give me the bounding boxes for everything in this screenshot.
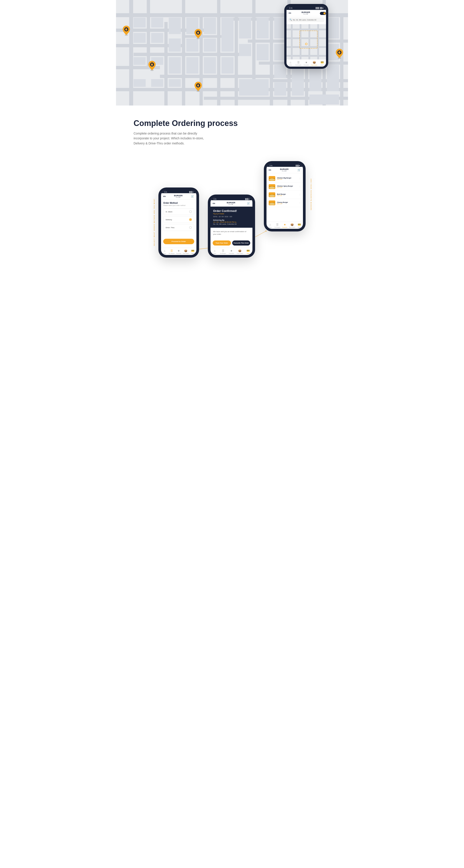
- right-nav-home[interactable]: ⌂ Home: [266, 223, 274, 228]
- phone-col-right: 0:41 ▐▐▐ ■ EN BURGER CLUB 🛒: [264, 161, 306, 231]
- map-phone-search-icon: 🔍: [290, 19, 292, 21]
- mid-home-icon: ⌂: [214, 249, 215, 252]
- svg-rect-45: [222, 18, 234, 52]
- nav-favourites[interactable]: ★ Favourites: [302, 61, 310, 66]
- map-phone-logo: BURGER CLUB: [302, 11, 310, 15]
- burger-img-4: [269, 200, 275, 205]
- delivering-addr: No. 02, 6th Lane, Colombo 03: [213, 223, 250, 225]
- track-order-button[interactable]: Track Your Order: [213, 241, 231, 246]
- svg-rect-18: [182, 0, 185, 105]
- nav-home[interactable]: ⌂ Home: [287, 61, 294, 66]
- svg-rect-22: [252, 0, 256, 79]
- svg-rect-23: [270, 13, 273, 105]
- svg-point-117: [269, 203, 275, 205]
- right-track-icon: 📦: [291, 223, 294, 226]
- mid-burgers-icon: ☰: [222, 249, 224, 252]
- phone-col-middle: 0:41 ▐▐▐ ■ EN BURGER CLUB 🛒 Order Confir…: [208, 194, 255, 258]
- svg-rect-27: [340, 13, 343, 105]
- left-nav-home[interactable]: ⌂ Home: [161, 249, 168, 254]
- burger-item-2[interactable]: Chicken Spicy Burger 320 LKR ♡: [266, 183, 303, 191]
- nav-wallet[interactable]: 💳 Wallet: [318, 61, 326, 66]
- svg-rect-96: [317, 24, 319, 59]
- svg-text:🍔: 🍔: [338, 51, 341, 54]
- burger-heart-1[interactable]: ♡: [299, 177, 301, 180]
- burger-heart-4[interactable]: ♡: [299, 202, 301, 204]
- left-nav-wallet[interactable]: 💳 Wallet: [189, 249, 196, 254]
- left-wallet-label: Wallet: [191, 253, 194, 254]
- svg-rect-95: [308, 24, 310, 59]
- mid-nav-fav[interactable]: ★ Favourites: [227, 249, 235, 254]
- left-fav-label: Favourites: [176, 253, 181, 254]
- map-phone-signal: ▐▐▐ ▐▐ ■: [315, 7, 323, 9]
- order-option-instore[interactable]: In -Store: [163, 208, 194, 215]
- burger-item-1[interactable]: Chicken Big Burger 350 LKR ♡: [266, 175, 303, 183]
- map-pin-7: 🍔: [335, 49, 343, 59]
- burger-info-4: Cheesy Burger 380 LKR: [277, 202, 297, 205]
- phone-order-confirmed: 0:41 ▐▐▐ ■ EN BURGER CLUB 🛒 Order Confir…: [208, 194, 255, 258]
- right-phone-signal: ▐▐▐ ■: [295, 165, 300, 166]
- burger-img-1: [269, 176, 275, 181]
- svg-rect-35: [186, 38, 198, 52]
- nav-burgers[interactable]: ☰ Our Burgers: [294, 61, 302, 66]
- map-toggle[interactable]: [320, 12, 326, 15]
- burger-img-2: [269, 184, 275, 189]
- drivethru-label: Drive -Thru: [166, 227, 174, 228]
- order-option-delivery[interactable]: Delivery: [163, 216, 194, 223]
- right-nav-burgers[interactable]: ☰ Our Burgers: [274, 223, 281, 228]
- svg-rect-46: [222, 57, 234, 74]
- svg-text:🍔: 🍔: [151, 63, 153, 66]
- burger-item-4[interactable]: Cheesy Burger 380 LKR ♡: [266, 199, 303, 207]
- burger-item-3[interactable]: Beef Burger 420 LKR ♡: [266, 191, 303, 199]
- mid-nav-track[interactable]: 📦 Track Orders: [236, 249, 244, 254]
- svg-rect-40: [169, 57, 181, 74]
- svg-rect-58: [292, 65, 304, 96]
- left-fav-icon: ★: [177, 249, 180, 252]
- nav-track[interactable]: 📦 Track Orders: [310, 61, 318, 66]
- map-pin-2: 🍔: [148, 60, 156, 71]
- burger-heart-2[interactable]: ♡: [299, 186, 301, 188]
- order-option-drivethru[interactable]: Drive -Thru: [163, 224, 194, 231]
- delivering-time: 19 / 09 / 2018 06:50:00 PM to,: [213, 221, 250, 223]
- mid-burgers-label: Our Burgers: [220, 253, 226, 254]
- left-phone-signal: ▐▐▐ ■: [189, 191, 193, 193]
- svg-rect-42: [204, 18, 216, 34]
- mid-wallet-icon: 💳: [246, 249, 250, 252]
- map-phone-lang: EN: [289, 12, 291, 14]
- mid-nav-wallet[interactable]: 💳 Wallet: [244, 249, 253, 254]
- delivering-label: Delivering By: [213, 219, 250, 221]
- mid-phone-signal: ▐▐▐ ■: [245, 198, 250, 200]
- svg-rect-63: [309, 65, 322, 91]
- right-nav-fav[interactable]: ★ Favourites: [281, 223, 288, 228]
- instore-label: In -Store: [166, 211, 172, 213]
- burger-heart-3[interactable]: ♡: [299, 194, 301, 196]
- nav-favourites-label: Favourites: [304, 64, 309, 66]
- burger-name-1: Chicken Big Burger: [277, 177, 297, 179]
- burger-list: Chicken Big Burger 350 LKR ♡: [266, 173, 303, 222]
- right-wallet-label: Wallet: [298, 227, 301, 228]
- section-description: Complete ordering process that can be di…: [134, 131, 204, 146]
- delivering-section: Delivering By 19 / 09 / 2018 06:50:00 PM…: [213, 219, 250, 225]
- left-phone-time: 0:41: [164, 191, 167, 193]
- confirmed-body: We have sent you an email confirmation o…: [210, 228, 253, 238]
- left-nav-fav[interactable]: ★ Favourites: [175, 249, 182, 254]
- svg-rect-39: [151, 79, 163, 87]
- map-section: 🍔 🍔 🍔 🍔 🍔: [116, 0, 348, 105]
- instore-radio[interactable]: [189, 210, 192, 213]
- left-nav-burgers[interactable]: ☰ Our Burgers: [168, 249, 175, 254]
- delivery-radio[interactable]: [189, 218, 192, 221]
- right-nav-track[interactable]: 📦 Track Orders: [289, 223, 296, 228]
- mid-nav-burgers[interactable]: ☰ Our Burgers: [219, 249, 227, 254]
- favourite-order-button[interactable]: Favourite This Order: [232, 241, 251, 246]
- burger-price-3: 420 LKR: [277, 195, 297, 196]
- drivethru-radio[interactable]: [189, 226, 192, 229]
- right-nav-wallet[interactable]: 💳 Wallet: [296, 223, 303, 228]
- svg-rect-32: [169, 18, 181, 34]
- left-wallet-icon: 💳: [191, 249, 194, 252]
- proceed-order-button[interactable]: Proceed to Order: [163, 239, 194, 244]
- left-track-icon: 📦: [184, 249, 188, 252]
- map-phone: 0:41 ▐▐▐ ▐▐ ■ EN BURGER CLUB 🛒 🔍 No. 02,…: [284, 4, 328, 69]
- nav-home-label: Home: [289, 64, 292, 66]
- map-pin-3: 🍔: [194, 29, 202, 39]
- mid-nav-home[interactable]: ⌂ Home: [210, 249, 219, 254]
- left-nav-track[interactable]: 📦 Track Orders: [183, 249, 189, 254]
